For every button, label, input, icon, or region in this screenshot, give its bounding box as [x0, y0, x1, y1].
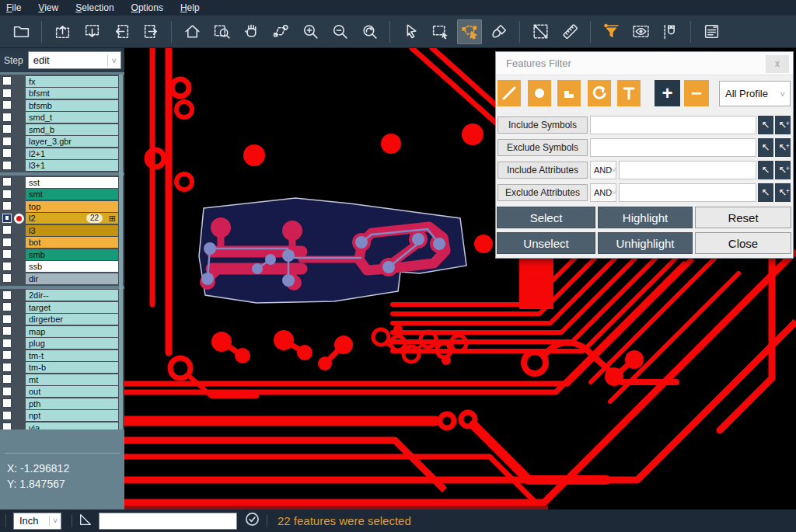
pick-from-canvas-button[interactable]: ↖	[758, 138, 773, 157]
zoom-home-button[interactable]	[180, 19, 204, 44]
units-dropdown[interactable]: Inch ˅	[13, 513, 61, 530]
layer-visibility-checkbox[interactable]	[2, 124, 12, 134]
layer-visibility-checkbox[interactable]	[2, 326, 12, 336]
layer-row-npt[interactable]: npt	[0, 410, 124, 422]
pick-from-canvas-button[interactable]: ↖	[758, 116, 773, 134]
layer-name[interactable]: smt	[26, 189, 118, 200]
layer-row-top[interactable]: top	[0, 200, 124, 213]
layer-row-smt[interactable]: smt	[0, 189, 124, 201]
exclude-symbols-button[interactable]: Exclude Symbols	[498, 139, 588, 156]
include-symbols-button[interactable]: Include Symbols	[498, 116, 588, 134]
layer-visibility-checkbox[interactable]	[2, 148, 12, 158]
layer-name[interactable]: bot	[26, 237, 118, 248]
layer-visibility-checkbox[interactable]	[2, 161, 12, 170]
layer-name[interactable]: out	[26, 386, 118, 397]
zoom-in-button[interactable]	[298, 19, 323, 44]
step-dropdown[interactable]: edit ˅	[28, 51, 121, 69]
layer-row-ssb[interactable]: ssb	[0, 261, 124, 273]
layer-name[interactable]: 2dir--	[26, 290, 118, 301]
menu-item-view[interactable]: View	[38, 2, 68, 13]
menu-item-file[interactable]: File	[6, 2, 30, 13]
layer-visibility-checkbox[interactable]	[2, 290, 12, 300]
pick-add-from-canvas-button[interactable]: ↖+	[775, 138, 791, 157]
layer-visibility-checkbox[interactable]	[2, 262, 12, 271]
layer-row-bot[interactable]: bot	[0, 237, 124, 249]
layer-name[interactable]: ssb	[26, 261, 118, 272]
filter-value-input[interactable]	[590, 116, 756, 134]
layer-name[interactable]: npt	[26, 410, 118, 421]
pick-from-canvas-button[interactable]: ↖	[758, 183, 773, 202]
layer-name[interactable]: dirgerber	[26, 314, 118, 325]
open-file-button[interactable]	[9, 19, 33, 44]
highlight-button[interactable]: Highlight	[598, 207, 693, 228]
arc-features-button[interactable]	[588, 80, 611, 106]
layer-row-tm-t[interactable]: tm-t	[0, 349, 124, 362]
pan-right-button[interactable]	[138, 19, 163, 44]
surface-features-button[interactable]	[557, 80, 581, 106]
menu-item-help[interactable]: Help	[180, 2, 209, 13]
select-button[interactable]: Select	[497, 207, 595, 228]
pick-add-from-canvas-button[interactable]: ↖+	[775, 116, 791, 134]
layer-visibility-checkbox[interactable]	[2, 137, 12, 146]
zoom-area-button[interactable]	[209, 19, 234, 44]
pan-left-button[interactable]	[109, 19, 134, 44]
filter-value-input[interactable]	[590, 138, 756, 157]
layer-visibility-checkbox[interactable]	[2, 398, 12, 408]
and-or-dropdown[interactable]: AND˅	[590, 161, 616, 179]
layer-name[interactable]: l222⊞	[26, 213, 118, 224]
layer-visibility-checkbox[interactable]	[2, 238, 12, 247]
layer-visibility-checkbox[interactable]	[2, 100, 12, 110]
show-features-button[interactable]	[628, 19, 653, 44]
dialog-close-button[interactable]: x	[766, 55, 789, 73]
layer-row-tm-b[interactable]: tm-b	[0, 362, 124, 374]
menu-item-options[interactable]: Options	[131, 2, 173, 13]
text-features-button[interactable]	[617, 80, 641, 106]
command-input[interactable]	[99, 513, 237, 530]
layer-name[interactable]: l3+1	[26, 160, 118, 171]
pan-down-button[interactable]	[79, 19, 104, 44]
layer-row-pth[interactable]: pth	[0, 398, 124, 410]
layer-row-l2[interactable]: l222⊞	[0, 213, 124, 225]
layer-row-target[interactable]: target	[0, 301, 124, 314]
layer-row-2dir--[interactable]: 2dir--	[0, 290, 124, 302]
layer-name[interactable]: mt	[26, 374, 118, 385]
exclude-mode-button[interactable]: −	[684, 80, 709, 106]
layer-visibility-checkbox[interactable]	[2, 374, 12, 384]
layer-name[interactable]: tm-t	[26, 350, 118, 361]
pick-add-from-canvas-button[interactable]: ↖+	[775, 183, 791, 202]
layer-name[interactable]: smb	[26, 249, 118, 260]
pan-hand-button[interactable]	[239, 19, 264, 44]
layer-name[interactable]: smd_b	[26, 124, 118, 135]
layer-row-fx[interactable]: fx	[0, 75, 124, 88]
dialog-titlebar[interactable]: Features Filter x	[496, 52, 793, 75]
layer-name[interactable]: l2+1	[26, 148, 118, 159]
layer-name[interactable]: bfsmb	[26, 100, 118, 111]
pad-features-button[interactable]	[528, 80, 551, 106]
layer-name[interactable]: bfsmt	[26, 88, 118, 99]
select-cursor-button[interactable]	[398, 19, 423, 44]
layer-visibility-checkbox[interactable]	[2, 273, 12, 283]
profile-dropdown[interactable]: All Profile ˅	[719, 81, 791, 106]
zoom-out-button[interactable]	[327, 19, 352, 44]
layer-row-smd_b[interactable]: smd_b	[0, 123, 124, 136]
sync-check-icon[interactable]	[245, 512, 260, 530]
zoom-previous-button[interactable]	[357, 19, 382, 44]
layer-visibility-checkbox[interactable]	[2, 302, 12, 311]
close-button[interactable]: Close	[695, 232, 791, 254]
layer-row-dirgerber[interactable]: dirgerber	[0, 314, 124, 326]
angle-snap-icon[interactable]	[79, 513, 93, 530]
pick-add-from-canvas-button[interactable]: ↖+	[775, 161, 791, 179]
layer-row-bfsmb[interactable]: bfsmb	[0, 99, 124, 112]
layer-name[interactable]: layer_3.gbr	[26, 136, 118, 147]
select-rectangle-button[interactable]	[428, 19, 452, 44]
layer-row-smb[interactable]: smb	[0, 249, 124, 261]
layer-visibility-checkbox[interactable]	[2, 411, 12, 420]
layer-row-bfsmt[interactable]: bfsmt	[0, 88, 124, 100]
layer-row-layer_3.gbr[interactable]: layer_3.gbr	[0, 136, 124, 148]
layer-row-l3[interactable]: l3	[0, 224, 124, 237]
line-features-button[interactable]	[498, 80, 521, 106]
include-mode-button[interactable]: +	[655, 80, 680, 106]
layer-visibility-checkbox[interactable]	[2, 363, 12, 372]
unhighlight-button[interactable]: Unhighlight	[598, 232, 693, 254]
pan-up-button[interactable]	[50, 19, 75, 44]
